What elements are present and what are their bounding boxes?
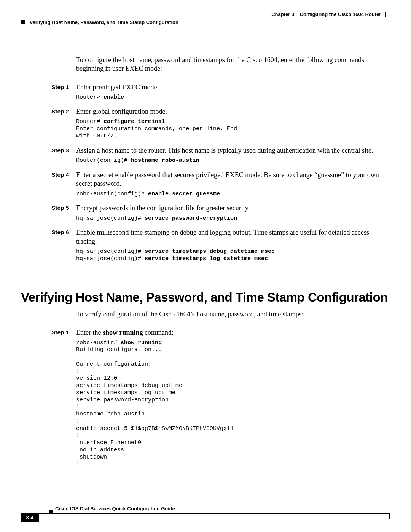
step-label: Step 1 <box>51 83 76 101</box>
step-row: Step 1 Enter the show running command: r… <box>51 328 382 468</box>
step-label: Step 3 <box>51 146 76 165</box>
header-top-line: Chapter 3 Configuring the Cisco 1604 Rou… <box>21 11 390 17</box>
step-row: Step 4 Enter a secret enable password th… <box>51 171 382 198</box>
code-block: robo-austin(config)# enable secret guess… <box>76 191 382 198</box>
header-subline: Verifying Host Name, Password, and Time … <box>21 19 390 25</box>
step-body: Encrypt passwords in the configuration f… <box>76 204 382 222</box>
footer-rule: 3-4 <box>21 513 390 522</box>
step-body: Enter privileged EXEC mode. Router> enab… <box>76 83 382 101</box>
step-label: Step 4 <box>51 171 76 198</box>
step-text: Enter a secret enable password that secu… <box>76 171 382 189</box>
footer-bar-icon <box>389 514 390 519</box>
step-label: Step 6 <box>51 228 76 262</box>
page-header: Chapter 3 Configuring the Cisco 1604 Rou… <box>21 11 390 25</box>
step-row: Step 5 Encrypt passwords in the configur… <box>51 204 382 222</box>
divider <box>76 79 382 79</box>
step-row: Step 6 Enable millisecond time stamping … <box>51 228 382 262</box>
code-block: hq-sanjose(config)# service password-enc… <box>76 215 382 222</box>
step-text: Enter the show running command: <box>76 328 382 337</box>
divider <box>76 324 382 324</box>
steps-block-1: Step 1 Enter privileged EXEC mode. Route… <box>51 83 382 263</box>
chapter-label: Chapter 3 <box>271 11 294 17</box>
chapter-title: Configuring the Cisco 1604 Router <box>300 11 381 17</box>
breadcrumb-section: Verifying Host Name, Password, and Time … <box>30 19 178 25</box>
divider <box>76 269 382 269</box>
intro-paragraph: To configure the host name, password and… <box>76 56 382 73</box>
step-label: Step 2 <box>51 107 76 140</box>
page-footer: Cisco IOS Dial Services Quick Configurat… <box>21 506 390 522</box>
step-body: Enable millisecond time stamping on debu… <box>76 228 382 262</box>
step-text: Enter global configuration mode. <box>76 107 382 116</box>
steps-block-2: Step 1 Enter the show running command: r… <box>51 328 382 468</box>
step-label: Step 1 <box>51 328 76 468</box>
step-text: Encrypt passwords in the configuration f… <box>76 204 382 212</box>
code-block: Router(config)# hostname robo-austin <box>76 157 382 165</box>
square-bullet-icon <box>21 20 25 24</box>
step-text: Assign a host name to the router. This h… <box>76 146 382 155</box>
step-text: Enter privileged EXEC mode. <box>76 83 382 92</box>
step-body: Assign a host name to the router. This h… <box>76 146 382 165</box>
step-body: Enter global configuration mode. Router#… <box>76 107 382 140</box>
code-block: Router> enable <box>76 94 382 101</box>
code-block: Router# configure terminal Enter configu… <box>76 118 382 140</box>
step-row: Step 1 Enter privileged EXEC mode. Route… <box>51 83 382 101</box>
step-body: Enter a secret enable password that secu… <box>76 171 382 198</box>
step-row: Step 2 Enter global configuration mode. … <box>51 107 382 140</box>
page-number: 3-4 <box>21 513 39 522</box>
step-body: Enter the show running command: robo-aus… <box>76 328 382 468</box>
step-row: Step 3 Assign a host name to the router.… <box>51 146 382 165</box>
code-block: robo-austin# show running Building confi… <box>76 340 382 468</box>
step-text: Enable millisecond time stamping on debu… <box>76 228 382 246</box>
code-block: hq-sanjose(config)# service timestamps d… <box>76 248 382 263</box>
page: Chapter 3 Configuring the Cisco 1604 Rou… <box>0 0 411 532</box>
step-label: Step 5 <box>51 204 76 222</box>
verify-paragraph: To verify configuration of the Cisco 160… <box>76 310 382 319</box>
section-heading: Verifying Host Name, Password, and Time … <box>21 290 390 305</box>
footer-guide-title: Cisco IOS Dial Services Quick Configurat… <box>55 506 390 511</box>
header-bar-icon <box>385 12 386 17</box>
square-bullet-icon <box>49 510 53 514</box>
